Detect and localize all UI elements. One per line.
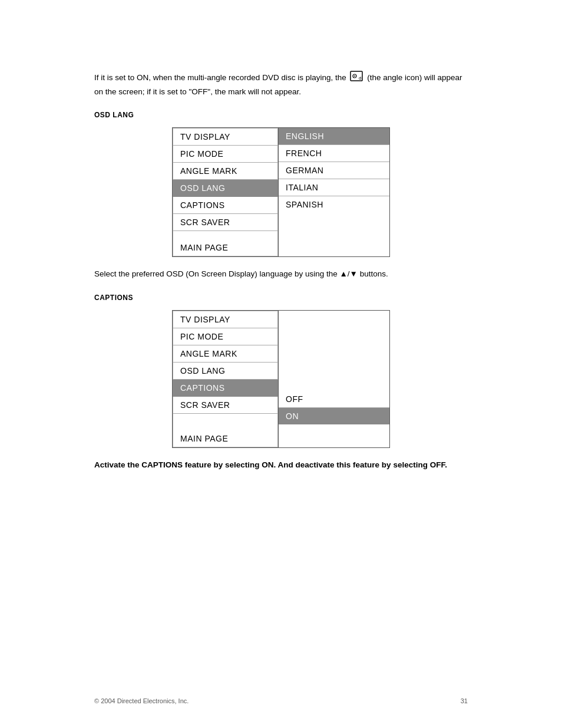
menu-item-angle-mark: ANGLE MARK <box>173 163 278 180</box>
menu-item-pic-mode-2: PIC MODE <box>173 328 278 345</box>
menu-item-scr-saver-2: SCR SAVER <box>173 397 278 414</box>
captions-description: Activate the CAPTIONS feature by selecti… <box>94 459 468 472</box>
osd-lang-description: Select the preferred OSD (On Screen Disp… <box>94 268 468 281</box>
menu-item-spanish: SPANISH <box>279 196 389 213</box>
page-number: 31 <box>461 697 468 704</box>
menu-item-tv-display: TV DISPLAY <box>173 128 278 146</box>
menu-item-angle-mark-2: ANGLE MARK <box>173 345 278 363</box>
osd-lang-menu: TV DISPLAY PIC MODE ANGLE MARK OSD LANG … <box>94 127 468 257</box>
menu-item-italian: ITALIAN <box>279 179 389 196</box>
copyright: © 2004 Directed Electronics, Inc. <box>94 697 189 704</box>
menu-item-on: ON <box>279 408 389 424</box>
menu-item-tv-display-2: TV DISPLAY <box>173 311 278 328</box>
menu-item-off: OFF <box>279 391 389 408</box>
menu-item-osd-lang: OSD LANG <box>173 180 278 197</box>
captions-heading: CAPTIONS <box>94 294 468 302</box>
menu-item-scr-saver-1: SCR SAVER <box>173 214 278 231</box>
captions-menu: TV DISPLAY PIC MODE ANGLE MARK OSD LANG … <box>94 310 468 448</box>
menu-item-german: GERMAN <box>279 162 389 179</box>
menu-item-english: ENGLISH <box>279 128 389 145</box>
intro-paragraph: If it is set to ON, when the multi-angle… <box>94 71 468 98</box>
menu-item-main-page-2: MAIN PAGE <box>173 430 278 447</box>
menu-item-pic-mode: PIC MODE <box>173 146 278 163</box>
menu-item-french: FRENCH <box>279 145 389 162</box>
menu-item-main-page-1: MAIN PAGE <box>173 239 278 256</box>
svg-text:d: d <box>359 75 361 81</box>
menu-item-osd-lang-2: OSD LANG <box>173 363 278 380</box>
menu-item-captions-1: CAPTIONS <box>173 197 278 214</box>
footer: © 2004 Directed Electronics, Inc. 31 <box>94 697 468 704</box>
svg-point-2 <box>354 75 355 77</box>
menu-item-captions-2: CAPTIONS <box>173 380 278 397</box>
osd-lang-heading: OSD LANG <box>94 111 468 119</box>
angle-icon: d <box>350 71 363 85</box>
